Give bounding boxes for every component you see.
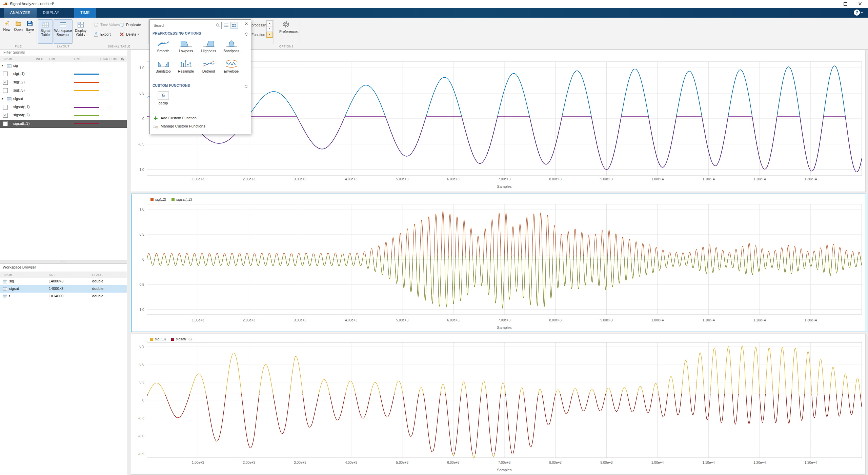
signal-row[interactable]: sigsat(:,1) (0, 103, 127, 111)
signal-name: sig(:,3) (13, 88, 25, 92)
minimize-button[interactable] (824, 0, 838, 8)
expand-arrow-icon[interactable]: ▾ (2, 97, 3, 100)
grid-view-button[interactable] (230, 22, 238, 29)
workspace-browser-toggle[interactable]: WorkspaceBrowser (54, 19, 73, 44)
ws-col-size[interactable]: SIZE (49, 273, 56, 277)
line-swatch (74, 74, 99, 75)
variable-name: sigsat (9, 286, 19, 291)
column-settings-gear-icon[interactable] (120, 57, 125, 61)
signal-row[interactable]: ✓sig(:,2) (0, 78, 127, 86)
workspace-row[interactable]: sig14000×3double (0, 278, 127, 285)
help-icon[interactable]: ? (854, 9, 860, 16)
matrix-icon (3, 279, 7, 283)
display-grid-button[interactable]: DisplayGrid ▾ (73, 19, 89, 44)
plot-panel-2-selected[interactable]: sig(:,2)sigsat(:,2) (131, 194, 866, 332)
new-button[interactable]: New (1, 20, 13, 32)
ws-col-class[interactable]: CLASS (92, 273, 102, 277)
horizontal-splitter[interactable]: ••• (0, 260, 127, 264)
signal-name: sigsat(:,2) (13, 113, 29, 117)
signal-checkbox[interactable] (3, 72, 8, 76)
save-button[interactable]: Save ▾ (24, 20, 36, 34)
legend-item: sig(:,3) (150, 337, 166, 341)
search-input[interactable] (152, 23, 216, 27)
gallery-grid-custom: fxdeclip (152, 89, 249, 109)
gallery-item-resample[interactable]: Resample (175, 57, 197, 77)
matrix-icon (7, 97, 12, 101)
collapse-chevron-icon[interactable] (245, 84, 248, 88)
matrix-icon (7, 64, 12, 68)
minimize-icon (829, 4, 833, 4)
add-custom-function-button[interactable]: Add Custom Function (150, 114, 251, 122)
save-icon (27, 20, 33, 26)
time-values-button[interactable]: Time Values (94, 22, 120, 28)
variable-name: sig (9, 279, 14, 283)
help-control[interactable]: ? ▾ (854, 9, 863, 16)
gallery-item-highpass[interactable]: Highpass (197, 37, 220, 57)
signal-table-rows: ▾sigsig(:,1)✓sig(:,2)sig(:,3)▾sigsatsigs… (0, 62, 127, 128)
col-start-time[interactable]: START TIME (100, 57, 118, 61)
signal-checkbox[interactable]: ✓ (3, 113, 8, 118)
gallery-item-envelope[interactable]: Envelope (220, 57, 243, 77)
signal-group-row[interactable]: ▾sig (0, 62, 127, 70)
signal-checkbox[interactable]: ✓ (3, 80, 8, 85)
new-document-icon (4, 20, 10, 26)
close-button[interactable]: × (853, 0, 867, 8)
gallery-item-bandstop[interactable]: Bandstop (152, 57, 175, 77)
preprocessing-gallery-popup: ✕ PREPROCESSING OPTIONS SmoothLowpassHig… (149, 19, 251, 134)
gallery-item-declip[interactable]: fxdeclip (152, 89, 175, 109)
ws-col-name[interactable]: NAME (4, 273, 13, 277)
gallery-item-smooth[interactable]: Smooth (152, 37, 175, 57)
gallery-item-detrend[interactable]: Detrend (197, 57, 220, 77)
export-icon (94, 32, 99, 37)
signal-row[interactable]: sig(:,1) (0, 70, 127, 78)
list-view-button[interactable] (223, 22, 230, 28)
popup-close-icon[interactable]: ✕ (244, 21, 249, 26)
gallery-actions: Add Custom FunctionfxManage Custom Funct… (150, 114, 251, 130)
gallery-scroll-up-button[interactable]: ▴ (266, 20, 273, 26)
gallery-scroll-down-button[interactable]: ▾ (266, 26, 273, 32)
filter-signals-input[interactable] (3, 50, 106, 55)
plot-panel-3[interactable]: sig(:,3)sigsat(:,3) (131, 334, 866, 475)
maximize-button[interactable] (838, 0, 853, 8)
gallery-item-lowpass[interactable]: Lowpass (175, 37, 197, 57)
workspace-rows: sig14000×3doublesigsat14000×3doublet1×14… (0, 278, 127, 300)
matrix-icon (3, 294, 7, 298)
signal-group-row[interactable]: ▾sigsat (0, 95, 127, 103)
signal-table-toggle[interactable]: SignalTable (38, 19, 53, 44)
col-time[interactable]: TIME (49, 57, 56, 61)
gallery-item-bandpass[interactable]: Bandpass (220, 37, 243, 57)
signal-row[interactable]: sig(:,3) (0, 86, 127, 95)
workspace-row[interactable]: sigsat14000×3double (0, 285, 127, 293)
tab-analyzer[interactable]: ANALYZER (4, 8, 37, 18)
signal-row[interactable]: sigsat(:,3) (0, 120, 127, 128)
legend-swatch (171, 338, 174, 341)
chevron-down-icon: ▾ (24, 32, 36, 34)
expand-arrow-icon[interactable]: ▾ (2, 63, 3, 67)
signal-checkbox[interactable] (3, 105, 8, 110)
custom-functions-header[interactable]: CUSTOM FUNCTIONS (150, 83, 251, 88)
open-button[interactable]: Open (12, 20, 24, 32)
gallery-search-box[interactable] (152, 22, 222, 29)
delete-button[interactable]: Delete ▾ (119, 31, 139, 37)
preprocessing-options-header[interactable]: PREPROCESSING OPTIONS (150, 31, 251, 36)
signal-checkbox[interactable] (3, 88, 8, 93)
display-grid-icon (77, 21, 84, 28)
tab-time[interactable]: TIME (74, 8, 96, 18)
workspace-row[interactable]: t1×14000double (0, 293, 127, 300)
col-line[interactable]: LINE (74, 57, 81, 61)
title-bar: Signal Analyzer - untitled* × (0, 0, 868, 8)
preferences-button[interactable]: Preferences (279, 20, 293, 34)
signal-row[interactable]: ✓sigsat(:,2) (0, 111, 127, 119)
manage-custom-functions-button[interactable]: fxManage Custom Functions (150, 122, 251, 130)
duplicate-button[interactable]: Duplicate (119, 22, 141, 28)
gallery-peek-label: Function (251, 33, 265, 37)
export-button[interactable]: Export (94, 31, 110, 37)
tab-display[interactable]: DISPLAY (37, 8, 65, 18)
variable-class: double (92, 294, 103, 298)
gallery-expand-button[interactable]: ▾ (266, 32, 273, 38)
col-info[interactable]: INFO (36, 57, 43, 61)
col-name[interactable]: NAME (4, 57, 13, 61)
signal-checkbox[interactable] (3, 121, 8, 126)
collapse-chevron-icon[interactable] (245, 32, 248, 36)
signal-table-icon (42, 21, 49, 28)
